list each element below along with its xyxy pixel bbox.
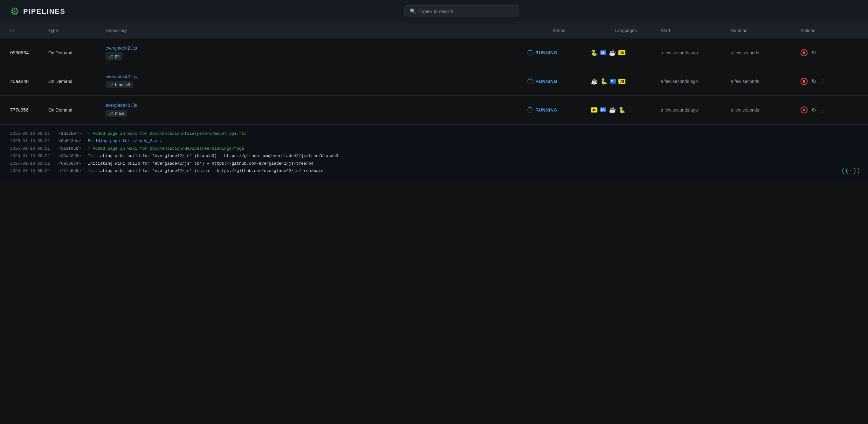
repo-name[interactable]: everglade42 / js: [105, 45, 527, 51]
markdown-icon: M↓: [600, 50, 606, 55]
stop-icon: [803, 80, 805, 83]
stop-button[interactable]: [801, 106, 808, 113]
pipeline-actions: ↻ ⋮: [801, 78, 858, 85]
col-header-type: Type: [48, 28, 105, 33]
col-header-id: ID: [10, 28, 48, 33]
pipeline-type: On Demand: [48, 50, 105, 55]
pipeline-id: 777c656: [10, 107, 48, 112]
refresh-button[interactable]: ↻: [811, 106, 816, 113]
js-icon: JS: [618, 50, 625, 55]
pipeline-duration: a few seconds: [731, 50, 801, 55]
terminal-line: 2025-01-13 09:21 <31efd5b> ✓ Added page …: [10, 145, 858, 152]
logo-area: ⚙ PIPELINES: [10, 5, 65, 18]
branch-icon: ⎇: [108, 111, 113, 116]
main-content: ID Type Repository Status Languages Star…: [0, 23, 868, 424]
search-area: 🔍 Type / to search: [65, 5, 858, 17]
js-icon: JS: [591, 107, 597, 112]
pipeline-id: 45aa248: [10, 78, 48, 84]
status-text: RUNNING: [535, 50, 557, 55]
col-header-start: Start: [661, 28, 731, 33]
pipeline-type: On Demand: [48, 107, 105, 112]
terminal-line: 2025-01-13 09:21 <6b613dc> Building page…: [10, 137, 858, 144]
branch-name: branch3: [115, 82, 130, 87]
search-icon: 🔍: [410, 8, 416, 14]
status-spinner: [527, 107, 533, 113]
col-header-actions: Actions: [801, 28, 858, 33]
term-hash: <777c656>: [59, 167, 84, 174]
status-text: RUNNING: [535, 79, 557, 84]
terminal-section: 2025-01-13 09:21 <1dc7b07> ✓ Added page …: [0, 124, 868, 424]
pipeline-languages: 🐍 M↓ ☕ JS: [591, 49, 661, 56]
status-spinner: [527, 78, 533, 84]
terminal-line: 2025-01-13 09:22 <45aa248> Initiating wi…: [10, 152, 858, 160]
stop-icon: [803, 52, 805, 54]
table-header: ID Type Repository Status Languages Star…: [0, 23, 868, 38]
terminal-line: 2025-01-13 09:21 <1dc7b07> ✓ Added page …: [10, 130, 858, 137]
pipeline-status: RUNNING: [527, 50, 591, 56]
more-button[interactable]: ⋮: [820, 78, 826, 85]
more-button[interactable]: ⋮: [820, 49, 826, 56]
term-message: Building page for c/code_2.c ✓: [88, 137, 162, 144]
term-hash: <31efd5b>: [59, 145, 84, 152]
status-text: RUNNING: [535, 107, 557, 112]
search-placeholder-text: Type / to search: [420, 8, 454, 14]
term-message: ✓ Added page in wiki for Documentation/f…: [88, 130, 246, 137]
branch-badge: ⎇ branch3: [105, 81, 133, 88]
pipeline-type: On Demand: [48, 79, 105, 84]
wifi-icon: ((·)): [841, 167, 860, 174]
term-timestamp: 2025-01-13 09:21: [10, 145, 55, 152]
term-timestamp: 2025-01-13 09:21: [10, 137, 55, 144]
branch-icon: ⎇: [108, 54, 113, 59]
pipeline-duration: a few seconds: [731, 79, 801, 84]
java-icon: ☕: [591, 78, 598, 85]
java-icon: ☕: [609, 106, 616, 113]
repo-name[interactable]: everglade42 / js: [105, 74, 527, 79]
pipeline-status: RUNNING: [527, 107, 591, 113]
pipeline-languages: ☕ 🐍 M↓ JS: [591, 78, 661, 85]
branch-badge: ⎇ main: [105, 110, 127, 117]
col-header-repo: Repository: [105, 28, 527, 33]
more-button[interactable]: ⋮: [820, 106, 826, 113]
col-header-languages: Languages: [591, 28, 661, 33]
term-timestamp: 2025-01-13 09:22: [10, 167, 55, 174]
branch-icon: ⎇: [108, 82, 113, 87]
app-title: PIPELINES: [23, 7, 65, 15]
refresh-button[interactable]: ↻: [811, 49, 816, 56]
repo-name[interactable]: everglade42 / js: [105, 103, 527, 108]
term-message: Initiating wiki build for 'everglade42/j…: [88, 152, 338, 160]
stop-button[interactable]: [801, 49, 808, 56]
terminal-line: 2025-01-13 09:22 <0936834> Initiating wi…: [10, 160, 858, 167]
markdown-icon: M↓: [600, 107, 606, 112]
status-spinner: [527, 50, 533, 56]
markdown-icon: M↓: [610, 79, 616, 84]
term-timestamp: 2025-01-13 09:22: [10, 152, 55, 160]
table-row: 0936834 On Demand everglade42 / js ⎇ b4 …: [0, 38, 868, 67]
term-timestamp: 2025-01-13 09:21: [10, 130, 55, 137]
pipeline-start: a few seconds ago: [661, 50, 731, 55]
pipeline-id: 0936834: [10, 50, 48, 55]
term-timestamp: 2025-01-13 09:22: [10, 160, 55, 167]
table-row: 45aa248 On Demand everglade42 / js ⎇ bra…: [0, 67, 868, 96]
terminal-line: 2025-01-13 09:22 <777c656> Initiating wi…: [10, 167, 858, 174]
pipeline-repo: everglade42 / js ⎇ branch3: [105, 74, 527, 88]
refresh-button[interactable]: ↻: [811, 78, 816, 85]
pipeline-duration: a few seconds: [731, 107, 801, 112]
term-hash: <0936834>: [59, 160, 84, 167]
col-header-status: Status: [527, 28, 591, 33]
stop-button[interactable]: [801, 78, 808, 85]
term-message: ✓ Added page in wiki for Documentation/d…: [88, 145, 244, 152]
term-message: Initiating wiki build for 'everglade42/j…: [88, 160, 313, 167]
term-hash: <45aa248>: [59, 152, 84, 160]
pipeline-repo: everglade42 / js ⎇ b4: [105, 45, 527, 60]
python-icon: 🐍: [600, 78, 607, 85]
search-box[interactable]: 🔍 Type / to search: [404, 5, 519, 17]
term-message: Initiating wiki build for 'everglade42/j…: [88, 167, 323, 174]
pipeline-status: RUNNING: [527, 78, 591, 84]
js-icon: JS: [618, 79, 625, 84]
terminal: 2025-01-13 09:21 <1dc7b07> ✓ Added page …: [0, 124, 868, 180]
pipeline-start: a few seconds ago: [661, 79, 731, 84]
table-row: 777c656 On Demand everglade42 / js ⎇ mai…: [0, 96, 868, 124]
header: ⚙ PIPELINES 🔍 Type / to search: [0, 0, 868, 23]
branch-name: main: [115, 111, 124, 116]
python-icon: 🐍: [591, 49, 598, 56]
